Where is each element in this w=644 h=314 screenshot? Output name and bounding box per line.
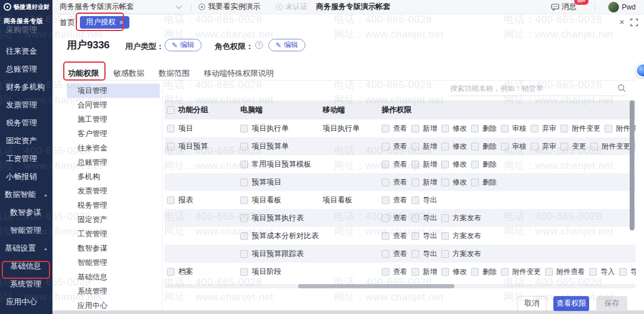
fullscreen-icon[interactable] <box>630 19 638 26</box>
op-checkbox[interactable] <box>382 178 389 186</box>
op-checkbox[interactable] <box>382 250 389 258</box>
op-checkbox[interactable] <box>411 268 419 276</box>
sidebar-item-0[interactable]: 往来资金 <box>0 42 52 60</box>
vertical-scrollbar[interactable] <box>630 100 634 230</box>
edit-role-perm-button[interactable]: ✎编辑 <box>268 39 305 51</box>
perm-tab-1[interactable]: 敏感数据 <box>112 66 145 81</box>
op-checkbox[interactable] <box>471 268 479 276</box>
group-checkbox[interactable] <box>167 143 175 150</box>
sidebar-item-4[interactable]: 税务管理 <box>0 114 52 132</box>
module-item-15[interactable]: 应用中心 <box>67 298 160 313</box>
op-checkbox[interactable] <box>531 125 538 133</box>
op-checkbox[interactable] <box>382 125 389 133</box>
search-icon[interactable] <box>617 84 626 93</box>
sidebar-item-6[interactable]: 工资管理 <box>0 150 52 168</box>
op-checkbox[interactable] <box>589 268 597 276</box>
op-checkbox[interactable] <box>411 250 419 258</box>
op-checkbox[interactable] <box>411 125 419 133</box>
op-checkbox[interactable] <box>382 161 389 168</box>
module-item-14[interactable]: 系统管理 <box>67 284 160 298</box>
module-item-13[interactable]: 基础信息 <box>67 270 160 284</box>
op-checkbox[interactable] <box>411 161 419 168</box>
pc-checkbox[interactable] <box>240 143 248 150</box>
op-checkbox[interactable] <box>471 178 479 186</box>
group-checkbox[interactable] <box>167 196 175 204</box>
module-item-2[interactable]: 施工管理 <box>67 112 160 127</box>
cancel-button[interactable]: 取消 <box>517 296 547 311</box>
tab-close-icon[interactable]: × <box>119 19 123 27</box>
account-select[interactable]: 商务服务专版演示帐套 <box>58 0 184 14</box>
op-checkbox[interactable] <box>441 214 449 222</box>
op-checkbox[interactable] <box>411 232 419 240</box>
op-checkbox[interactable] <box>501 143 509 150</box>
group-checkbox[interactable] <box>167 125 175 133</box>
module-item-3[interactable]: 客户管理 <box>67 127 160 141</box>
op-checkbox[interactable] <box>441 161 449 168</box>
module-item-9[interactable]: 固定资产 <box>67 213 160 227</box>
group-checkbox[interactable] <box>167 268 175 276</box>
op-checkbox[interactable] <box>382 232 389 240</box>
op-checkbox[interactable] <box>561 125 568 133</box>
op-checkbox[interactable] <box>590 143 598 150</box>
sidebar-item-2[interactable]: 财务多机构 <box>0 78 52 96</box>
user-avatar[interactable] <box>608 2 619 13</box>
module-item-11[interactable]: 数智参谋 <box>67 241 160 255</box>
tab-home[interactable]: 首页 <box>60 17 75 28</box>
messages-button[interactable]: 消息 99+ <box>551 2 577 12</box>
op-checkbox[interactable] <box>605 125 612 133</box>
perm-tab-3[interactable]: 移动端特殊权限说明 <box>203 66 275 81</box>
sidebar-item-10[interactable]: 智能管理 <box>0 221 52 239</box>
op-checkbox[interactable] <box>441 143 449 150</box>
demo-link[interactable]: 我要看实例演示 <box>199 2 261 12</box>
op-checkbox[interactable] <box>531 143 538 150</box>
search-input[interactable] <box>450 84 617 93</box>
pc-checkbox[interactable] <box>240 268 248 276</box>
view-permissions-button[interactable]: 查看权限 <box>553 296 589 311</box>
pc-checkbox[interactable] <box>240 250 248 258</box>
module-item-7[interactable]: 发票管理 <box>67 184 160 198</box>
tab-user-authorization[interactable]: 用户授权 × <box>80 16 129 29</box>
sidebar-item-13[interactable]: 系统管理 <box>0 275 52 293</box>
op-checkbox[interactable] <box>561 143 568 150</box>
op-checkbox[interactable] <box>411 196 419 204</box>
sidebar-item-12[interactable]: 基础信息 <box>0 257 52 275</box>
op-checkbox[interactable] <box>441 268 449 276</box>
op-checkbox[interactable] <box>501 125 509 133</box>
op-checkbox[interactable] <box>471 125 479 133</box>
collapse-arrow-icon[interactable]: ▲ <box>44 193 48 197</box>
pc-checkbox[interactable] <box>240 196 248 204</box>
op-checkbox[interactable] <box>471 161 479 168</box>
module-item-12[interactable]: 智能管理 <box>67 255 160 270</box>
sidebar-item-5[interactable]: 固定资产 <box>0 132 52 150</box>
op-checkbox[interactable] <box>545 268 553 276</box>
op-checkbox[interactable] <box>501 268 509 276</box>
op-checkbox[interactable] <box>382 268 389 276</box>
op-checkbox[interactable] <box>634 143 636 150</box>
op-checkbox[interactable] <box>441 232 449 240</box>
perm-tab-0[interactable]: 功能权限 <box>67 66 100 81</box>
pc-checkbox[interactable] <box>240 178 248 186</box>
module-item-1[interactable]: 合同管理 <box>67 98 160 112</box>
select-all-checkbox[interactable] <box>167 106 175 114</box>
collapse-arrow-icon[interactable]: ▲ <box>44 247 48 251</box>
module-item-4[interactable]: 往来资金 <box>67 141 160 155</box>
op-checkbox[interactable] <box>471 143 479 150</box>
module-item-8[interactable]: 税务管理 <box>67 198 160 213</box>
op-checkbox[interactable] <box>619 268 627 276</box>
sidebar-item-7[interactable]: 小畅报销 <box>0 168 52 186</box>
help-question-icon[interactable]: ? <box>255 41 263 49</box>
module-item-6[interactable]: 多机构 <box>67 170 160 184</box>
close-icon[interactable]: × <box>620 17 624 27</box>
op-checkbox[interactable] <box>382 143 389 150</box>
cert-status[interactable]: 未认证 <box>276 2 308 12</box>
sidebar-item-3[interactable]: 发票管理 <box>0 96 52 114</box>
edit-user-type-button[interactable]: ✎编辑 <box>165 39 202 51</box>
op-checkbox[interactable] <box>441 125 449 133</box>
pc-checkbox[interactable] <box>240 232 248 240</box>
op-checkbox[interactable] <box>382 214 389 222</box>
op-checkbox[interactable] <box>441 250 449 258</box>
horizontal-scrollbar[interactable] <box>298 284 454 288</box>
sidebar-item-14[interactable]: 应用中心 <box>0 293 52 311</box>
pc-checkbox[interactable] <box>240 161 248 168</box>
op-checkbox[interactable] <box>441 178 449 186</box>
